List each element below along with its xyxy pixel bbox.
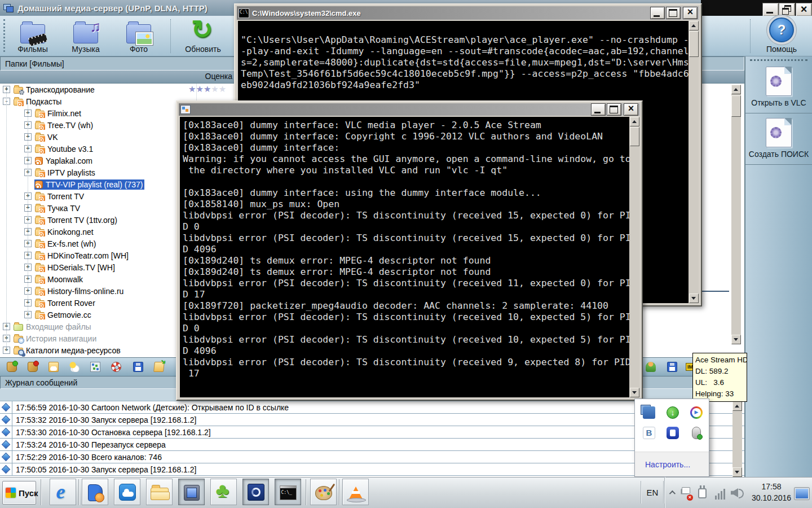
tree-item-label: HDSerials.TV [WH] bbox=[47, 263, 115, 272]
tray-status-icon[interactable] bbox=[698, 488, 707, 498]
content-scrollbar[interactable] bbox=[731, 85, 741, 344]
scroll-thumb[interactable] bbox=[630, 127, 639, 146]
bottom-toolbar-icon[interactable] bbox=[133, 362, 143, 372]
bottom-toolbar-icon[interactable] bbox=[111, 362, 121, 372]
toolbar-button[interactable]: Обновить bbox=[174, 17, 232, 55]
scroll-down-button[interactable] bbox=[630, 388, 639, 397]
action-button[interactable]: Создать ПОИСК bbox=[745, 113, 812, 159]
tray-app-icon[interactable] bbox=[667, 427, 679, 439]
cmd-titlebar[interactable]: C:\Windows\system32\cmd.exe bbox=[237, 6, 699, 20]
start-label: Пуск bbox=[19, 488, 38, 498]
bottom-toolbar-icon[interactable] bbox=[28, 362, 38, 372]
help-button[interactable]: Помощь bbox=[753, 17, 810, 55]
bottom-toolbar-icon[interactable] bbox=[90, 362, 100, 372]
tree-item-label: Входящие файлы bbox=[26, 322, 91, 331]
log-row[interactable]: 17:52:29 2016-10-30 Всего каналов: 746 bbox=[0, 451, 744, 463]
log-entry-text: 17:56:59 2016-10-30 Cartoon Network (Дет… bbox=[12, 401, 289, 413]
vlc-maximize-button[interactable] bbox=[607, 103, 621, 116]
bottom-toolbar-icon[interactable] bbox=[48, 362, 59, 372]
taskbar-app-button[interactable] bbox=[310, 479, 337, 505]
log-row[interactable]: 17:53:32 2016-10-30 Запуск сервера [192.… bbox=[0, 414, 744, 426]
toolbar-gripper[interactable] bbox=[3, 19, 5, 52]
panel-separator bbox=[745, 164, 812, 165]
scroll-down-button[interactable] bbox=[731, 335, 741, 344]
taskbar-app-button[interactable] bbox=[210, 479, 237, 505]
tray-configure-link[interactable]: Настроить... bbox=[645, 460, 690, 469]
tree-item-icon bbox=[35, 111, 45, 117]
toolbar-button-icon bbox=[190, 20, 216, 43]
hms-restore-button[interactable] bbox=[779, 3, 795, 16]
taskbar-separator bbox=[41, 479, 41, 505]
vlc-console-icon bbox=[180, 105, 191, 114]
taskbar-app-button[interactable] bbox=[242, 479, 269, 505]
console-line: [0x1858140] mux_ps mux: Open bbox=[183, 199, 629, 210]
bottom-toolbar-icon[interactable] bbox=[646, 362, 656, 372]
bottom-toolbar-icon[interactable] bbox=[153, 362, 165, 372]
cmd-minimize-button[interactable] bbox=[650, 7, 665, 19]
tray-status-icon[interactable] bbox=[680, 487, 691, 500]
taskbar-app-button[interactable] bbox=[114, 479, 140, 505]
tree-item-label: Транскодирование bbox=[26, 85, 95, 94]
cmd-close-button[interactable] bbox=[683, 7, 698, 19]
vlc-titlebar[interactable] bbox=[179, 103, 640, 116]
scroll-up-button[interactable] bbox=[731, 85, 741, 94]
tree-item-label: Kinokong.net bbox=[47, 227, 94, 237]
vlc-minimize-button[interactable] bbox=[591, 103, 606, 116]
rating-column-header[interactable]: Оценка bbox=[196, 72, 232, 81]
bottom-toolbar-icon[interactable] bbox=[7, 362, 17, 372]
scroll-down-button[interactable] bbox=[689, 294, 699, 303]
toolbar-button-label: Фото bbox=[130, 45, 148, 54]
tray-app-icon[interactable] bbox=[643, 427, 655, 439]
log-row[interactable]: 17:53:30 2016-10-30 Остановка сервера [1… bbox=[0, 426, 744, 439]
panel-gripper[interactable] bbox=[750, 59, 807, 61]
tree-guide-line bbox=[6, 90, 7, 351]
tray-status-icon[interactable] bbox=[715, 487, 729, 500]
toolbar-button[interactable]: Музыка bbox=[60, 17, 112, 55]
hms-minimize-button[interactable] bbox=[762, 3, 779, 16]
tray-app-icon[interactable] bbox=[690, 406, 703, 419]
cmd-maximize-button[interactable] bbox=[666, 7, 681, 19]
taskbar-app-button[interactable] bbox=[146, 479, 173, 505]
tray-app-icon[interactable] bbox=[667, 406, 679, 419]
toolbar-button[interactable]: Фильмы bbox=[7, 17, 59, 55]
log-header-label: Журнал сообщений bbox=[5, 378, 77, 387]
start-button[interactable]: Пуск bbox=[2, 481, 36, 505]
tree-item-icon bbox=[35, 229, 45, 236]
action-button[interactable]: Открыть в VLC bbox=[745, 62, 812, 107]
taskbar-clock[interactable]: 17:58 30.10.2016 bbox=[749, 481, 794, 503]
taskbar-app-button[interactable] bbox=[275, 479, 301, 505]
scroll-thumb[interactable] bbox=[689, 31, 699, 57]
vlc-close-button[interactable] bbox=[624, 103, 638, 116]
language-indicator[interactable]: EN bbox=[643, 484, 662, 501]
log-row[interactable]: 17:53:24 2016-10-30 Перезапуск сервера bbox=[0, 439, 744, 451]
log-scrollbar[interactable] bbox=[732, 401, 742, 477]
scroll-down-button[interactable] bbox=[732, 467, 742, 477]
taskbar-app-button[interactable] bbox=[178, 479, 205, 505]
tray-app-icon[interactable] bbox=[692, 427, 701, 439]
tray-configure-row[interactable]: Настроить... bbox=[635, 452, 709, 476]
hms-close-button[interactable] bbox=[796, 3, 812, 16]
taskbar-app-button[interactable] bbox=[50, 479, 76, 505]
tooltip-line: DL: 589.2 bbox=[695, 366, 744, 377]
tray-app-icon[interactable] bbox=[643, 406, 655, 419]
tray-status-icon[interactable] bbox=[731, 487, 744, 500]
rating-stars[interactable]: ★★★★★ bbox=[188, 84, 226, 94]
taskbar-app-button[interactable] bbox=[82, 479, 108, 505]
taskbar-app-button[interactable] bbox=[342, 479, 369, 505]
vlc-scrollbar[interactable] bbox=[630, 117, 639, 397]
scroll-up-button[interactable] bbox=[630, 117, 639, 126]
log-entry-text: 17:53:32 2016-10-30 Запуск сервера [192.… bbox=[12, 414, 196, 426]
log-row[interactable]: 17:56:59 2016-10-30 Cartoon Network (Дет… bbox=[0, 401, 744, 414]
cmd-icon bbox=[239, 8, 249, 18]
bottom-toolbar-icon[interactable] bbox=[667, 362, 677, 372]
monitor-tray-icon[interactable] bbox=[795, 488, 809, 500]
cmd-scrollbar[interactable] bbox=[689, 21, 699, 303]
log-row[interactable]: 17:50:05 2016-10-30 Запуск сервера [192.… bbox=[0, 463, 744, 476]
tray-expand-chevron[interactable] bbox=[667, 487, 676, 499]
bottom-toolbar-icon[interactable] bbox=[69, 362, 80, 372]
scroll-up-button[interactable] bbox=[732, 401, 742, 411]
scroll-thumb[interactable] bbox=[731, 95, 741, 117]
toolbar-button[interactable]: Фото bbox=[113, 17, 165, 55]
cmd-window-title: C:\Windows\system32\cmd.exe bbox=[252, 9, 361, 17]
scroll-up-button[interactable] bbox=[689, 21, 699, 30]
